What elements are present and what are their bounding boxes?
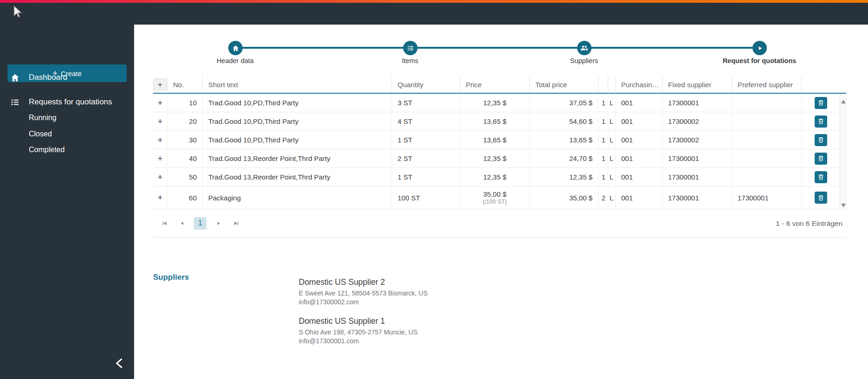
cell-qty-factor: 1 (598, 168, 608, 186)
expand-row-button[interactable]: + (157, 154, 162, 164)
step-items-icon[interactable] (403, 41, 418, 55)
cell-qty-factor: 1 (598, 94, 608, 112)
cell-fixed-supplier: 17300002 (662, 131, 732, 149)
last-page-button[interactable] (231, 218, 242, 229)
page-number[interactable]: 1 (194, 217, 206, 230)
cell-short-text: Trad.Good 13,Reorder Point,Thrd Party (203, 149, 392, 167)
group-icon (580, 44, 588, 52)
cell-price: 35,00 $ (483, 190, 506, 198)
table-row: + 50 Trad.Good 13,Reorder Point,Thrd Par… (153, 168, 840, 186)
cell-quantity: 1 ST (392, 131, 460, 149)
first-page-button[interactable] (159, 218, 170, 229)
trash-icon (817, 99, 824, 106)
sidebar-item-requests-for-quotations[interactable]: Requests for quotations (0, 94, 134, 110)
suppliers-section-title: Suppliers (153, 273, 189, 282)
home-icon (232, 45, 239, 52)
cell-no: 30 (167, 131, 203, 149)
items-table-header: + No. Short text Quantity Price Total pr… (153, 76, 846, 94)
cell-unit: L (608, 94, 616, 112)
col-header-no: No. (167, 76, 203, 93)
table-row: + 30 Trad.Good 10,PD,Third Party 1 ST 13… (153, 131, 840, 149)
delete-row-button[interactable] (815, 171, 827, 183)
cell-preferred-supplier: 17300001 (732, 186, 802, 209)
cell-total-price: 13,65 $ (530, 131, 598, 149)
cell-short-text: Packaging (203, 186, 392, 209)
cell-quantity: 2 ST (392, 149, 460, 167)
cell-preferred-supplier (732, 168, 802, 186)
col-header-unit (608, 76, 616, 93)
cell-total-price: 12,35 $ (530, 168, 598, 186)
sidebar-subitem-closed[interactable]: Closed (29, 128, 52, 141)
supplier-email: info@17300002.com (299, 298, 428, 307)
mouse-cursor (13, 5, 24, 22)
cell-fixed-supplier: 17300001 (662, 168, 732, 186)
sidebar-collapse-button[interactable] (110, 353, 129, 373)
step-label-header-data: Header data (180, 57, 291, 64)
supplier-entry: Domestic US Supplier 2 E Sweet Ave 121, … (299, 277, 428, 307)
supplier-address: S Ohio Ave 198, 47305-2757 Muncie, US (299, 328, 428, 337)
step-suppliers-icon[interactable] (577, 41, 592, 55)
delete-row-button[interactable] (815, 192, 827, 204)
cell-total-price: 37,05 $ (530, 94, 598, 112)
expand-row-button[interactable]: + (157, 135, 162, 145)
delete-row-button[interactable] (815, 97, 827, 109)
cell-quantity: 100 ST (392, 186, 460, 209)
col-header-preferred-supplier: Preferred supplier (732, 76, 802, 93)
cell-fixed-supplier: 17300001 (662, 94, 732, 112)
step-label-request-for-quotations: Request for quotations (704, 57, 815, 64)
supplier-name: Domestic US Supplier 2 (299, 277, 428, 287)
cell-unit: L (608, 186, 616, 209)
expand-row-button[interactable]: + (157, 193, 162, 203)
col-header-fixed-supplier: Fixed supplier (662, 76, 732, 93)
table-row: + 10 Trad.Good 10,PD,Third Party 3 ST 12… (153, 94, 840, 112)
cell-short-text: Trad.Good 13,Reorder Point,Thrd Party (203, 168, 392, 186)
scroll-down-icon[interactable] (841, 202, 846, 206)
cell-price: 13,65 $ (483, 117, 506, 125)
cell-unit: L (608, 168, 616, 186)
cell-short-text: Trad.Good 10,PD,Third Party (203, 112, 392, 130)
list-icon (10, 97, 20, 107)
expand-row-button[interactable]: + (157, 98, 162, 108)
delete-row-button[interactable] (815, 134, 827, 146)
supplier-name: Domestic US Supplier 1 (299, 316, 428, 326)
previous-page-icon (179, 220, 185, 226)
table-scrollbar[interactable] (840, 94, 846, 209)
next-page-button[interactable] (213, 218, 224, 229)
cell-quantity: 4 ST (392, 112, 460, 130)
cell-price: 13,65 $ (483, 136, 506, 144)
top-bar (0, 0, 868, 25)
table-row: + 60 Packaging 100 ST 35,00 $(/100 ST) 3… (153, 186, 840, 209)
expand-row-button[interactable]: + (157, 172, 162, 182)
trash-icon (817, 173, 824, 180)
previous-page-button[interactable] (176, 218, 187, 229)
expand-all-button[interactable]: + (154, 78, 167, 90)
brand-gradient-strip (0, 0, 868, 3)
delete-row-button[interactable] (815, 153, 827, 165)
cell-unit: L (608, 112, 616, 130)
cell-unit: L (608, 131, 616, 149)
sidebar-item-dashboard[interactable]: Dashboard (0, 70, 134, 85)
scroll-up-icon[interactable] (841, 98, 846, 103)
entries-summary: 1 - 6 von 6 Einträgen (776, 209, 842, 238)
cell-no: 10 (167, 94, 203, 112)
cell-fixed-supplier: 17300001 (662, 149, 732, 167)
delete-row-button[interactable] (815, 116, 827, 128)
cell-qty-factor: 2 (598, 186, 608, 209)
col-header-short-text: Short text (203, 76, 392, 93)
step-label-items: Items (354, 57, 466, 64)
cell-total-price: 24,70 $ (530, 149, 598, 167)
step-label-suppliers: Suppliers (528, 57, 640, 64)
step-header-data-icon[interactable] (228, 41, 243, 55)
sidebar-subitem-completed[interactable]: Completed (29, 143, 64, 156)
step-request-for-quotations-icon[interactable] (752, 41, 767, 55)
cell-purchasing: 001 (616, 94, 662, 112)
supplier-address: E Sweet Ave 121, 58504-5573 Bismarck, US (299, 289, 428, 298)
sidebar-subitem-running[interactable]: Running (29, 111, 57, 124)
trash-icon (817, 194, 824, 201)
cell-price: 12,35 $ (483, 154, 506, 162)
cell-total-price: 54,60 $ (530, 112, 598, 130)
expand-row-button[interactable]: + (157, 116, 162, 127)
cell-no: 20 (167, 112, 203, 130)
col-header-purchasing: Purchasin… (616, 76, 662, 93)
first-page-icon (161, 220, 168, 227)
